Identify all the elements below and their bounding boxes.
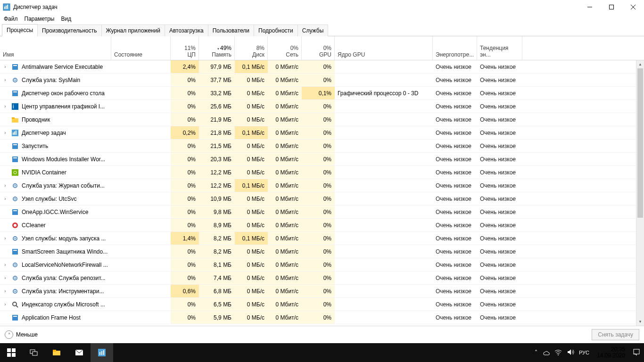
process-icon — [11, 90, 19, 97]
table-row[interactable]: ›LocalServiceNoNetworkFirewall ...0%8,1 … — [0, 258, 644, 272]
tab-4[interactable]: Пользователи — [208, 25, 254, 36]
scroll-up-icon[interactable]: ▲ — [636, 60, 644, 68]
expand-icon[interactable]: › — [2, 196, 8, 201]
svg-point-41 — [15, 264, 16, 265]
close-button[interactable] — [622, 0, 644, 14]
svg-rect-61 — [101, 351, 102, 355]
tray-clock[interactable]: 20:35 14.09.2020 — [594, 346, 628, 359]
col-cpu[interactable]: 11%ЦП — [171, 36, 199, 60]
table-row[interactable]: ›iЦентр управления графикой I...0%25,6 М… — [0, 100, 644, 113]
table-row[interactable]: OneApp.IGCC.WinService0%9,8 МБ0 МБ/с0 Мб… — [0, 206, 644, 219]
end-task-button[interactable]: Снять задачу — [592, 329, 639, 340]
col-gpu[interactable]: 0%GPU — [302, 36, 335, 60]
col-network[interactable]: 0%Сеть — [268, 36, 302, 60]
menu-view[interactable]: Вид — [61, 16, 71, 22]
expand-icon[interactable]: › — [2, 64, 8, 69]
table-row[interactable]: ›Узел службы: модуль запуска ...1,4%8,2 … — [0, 232, 644, 245]
table-row[interactable]: SmartScreen Защитника Windo...0%8,2 МБ0 … — [0, 245, 644, 258]
svg-rect-51 — [12, 348, 16, 352]
vertical-scrollbar[interactable]: ▲ ▼ — [636, 60, 644, 326]
cell-network: 0 Мбит/с — [268, 219, 302, 231]
expand-icon[interactable]: › — [2, 77, 8, 82]
table-row[interactable]: ›Служба узла: SysMain0%37,7 МБ0 МБ/с0 Мб… — [0, 74, 644, 87]
cell-name: Application Frame Host — [0, 311, 111, 324]
minimize-button[interactable] — [579, 0, 601, 14]
expand-icon[interactable]: › — [2, 262, 8, 267]
expand-icon[interactable]: › — [2, 288, 8, 294]
cell-name: SmartScreen Защитника Windo... — [0, 245, 111, 258]
expand-icon[interactable]: › — [2, 275, 8, 280]
tab-6[interactable]: Службы — [297, 25, 328, 36]
table-row[interactable]: ›Служба узла: Журнал событи...0%12,2 МБ0… — [0, 179, 644, 192]
tab-0[interactable]: Процессы — [2, 24, 38, 36]
expand-icon[interactable]: › — [2, 130, 8, 135]
cell-gpu-engine — [335, 219, 433, 231]
scrollbar-thumb[interactable] — [637, 68, 643, 218]
table-row[interactable]: CCleaner0%8,9 МБ0 МБ/с0 Мбит/с0%Очень ни… — [0, 219, 644, 232]
table-row[interactable]: ›Служба узла: Служба репозит...0%7,4 МБ0… — [0, 272, 644, 285]
expand-icon[interactable]: › — [2, 104, 8, 109]
svg-text:i: i — [13, 103, 14, 110]
cell-disk: 0 МБ/с — [235, 74, 268, 86]
col-disk[interactable]: 8%Диск — [235, 36, 268, 60]
svg-rect-19 — [13, 132, 14, 135]
col-state[interactable]: Состояние — [111, 36, 171, 60]
tab-1[interactable]: Производительность — [37, 25, 101, 36]
col-gpu-engine[interactable]: Ядро GPU — [335, 36, 433, 60]
menu-options[interactable]: Параметры — [25, 16, 55, 22]
fewer-details-label: Меньше — [16, 331, 38, 338]
menu-file[interactable]: Файл — [4, 16, 18, 22]
cell-disk: 0 МБ/с — [235, 272, 268, 284]
table-row[interactable]: ›Antimalware Service Executable2,4%97,9 … — [0, 60, 644, 74]
tab-3[interactable]: Автозагрузка — [165, 25, 208, 36]
task-view-button[interactable] — [23, 343, 45, 362]
col-memory[interactable]: ▾49%Память — [199, 36, 235, 60]
table-row[interactable]: ›Диспетчер задач0,2%21,8 МБ0,1 МБ/с0 Мби… — [0, 126, 644, 140]
expand-icon[interactable]: › — [2, 236, 8, 241]
cell-trend: Очень низкое — [477, 285, 522, 297]
maximize-button[interactable] — [601, 0, 622, 14]
expand-icon[interactable]: › — [2, 183, 8, 188]
table-row[interactable]: Windows Modules Installer Wor...0%20,3 М… — [0, 153, 644, 166]
col-power[interactable]: Энергопотре... — [433, 36, 477, 60]
tray-chevron-up-icon[interactable]: ˄ — [535, 349, 537, 356]
table-row[interactable]: ›Узел службы: UtcSvc0%10,9 МБ0 МБ/с0 Мби… — [0, 192, 644, 206]
tray-onedrive-icon[interactable] — [542, 348, 550, 357]
taskbar-explorer-icon[interactable] — [45, 343, 68, 362]
process-name: Antimalware Service Executable — [22, 64, 103, 70]
table-row[interactable]: Диспетчер окон рабочего стола0%33,2 МБ0 … — [0, 87, 644, 100]
cell-memory: 10,9 МБ — [199, 192, 235, 205]
start-button[interactable] — [0, 343, 23, 362]
cell-power: Очень низкое — [433, 311, 477, 324]
table-row[interactable]: Проводник0%21,9 МБ0 МБ/с0 Мбит/с0%Очень … — [0, 113, 644, 126]
tab-2[interactable]: Журнал приложений — [101, 25, 165, 36]
tray-volume-icon[interactable] — [567, 348, 574, 357]
expand-icon[interactable]: › — [2, 302, 8, 307]
process-icon — [11, 156, 19, 163]
cell-cpu: 0% — [171, 74, 199, 86]
table-row[interactable]: Запустить0%21,5 МБ0 МБ/с0 Мбит/с0%Очень … — [0, 140, 644, 153]
cell-power: Очень низкое — [433, 272, 477, 284]
column-headers: Имя Состояние 11%ЦП ▾49%Память 8%Диск 0%… — [0, 36, 644, 60]
col-name[interactable]: Имя — [0, 36, 111, 60]
cell-gpu-engine — [335, 245, 433, 258]
cell-cpu: 0% — [171, 311, 199, 324]
table-row[interactable]: NVIDIA Container0%12,2 МБ0 МБ/с0 Мбит/с0… — [0, 166, 644, 179]
fewer-details-button[interactable]: ˄ Меньше — [5, 330, 38, 339]
table-row[interactable]: Application Frame Host0%5,9 МБ0 МБ/с0 Мб… — [0, 311, 644, 324]
svg-rect-21 — [16, 131, 17, 135]
taskbar-taskmgr-icon[interactable] — [91, 343, 113, 362]
tab-5[interactable]: Подробности — [254, 25, 298, 36]
cell-power: Очень низкое — [433, 298, 477, 311]
col-power-trend[interactable]: Тенденция эн... — [477, 36, 522, 60]
svg-line-47 — [16, 305, 18, 307]
cell-disk: 0,1 МБ/с — [235, 126, 268, 139]
taskbar-mail-icon[interactable] — [68, 343, 91, 362]
table-row[interactable]: ›Индексатор службы Microsoft ...0%6,5 МБ… — [0, 298, 644, 311]
tray-wifi-icon[interactable] — [554, 348, 562, 357]
sort-indicator-icon: ▾ — [217, 47, 219, 51]
tray-notifications-icon[interactable] — [633, 348, 640, 357]
tray-language[interactable]: РУС — [579, 350, 589, 355]
scroll-down-icon[interactable]: ▼ — [636, 318, 644, 326]
table-row[interactable]: ›Служба узла: Инструментари...0,6%6,8 МБ… — [0, 285, 644, 298]
